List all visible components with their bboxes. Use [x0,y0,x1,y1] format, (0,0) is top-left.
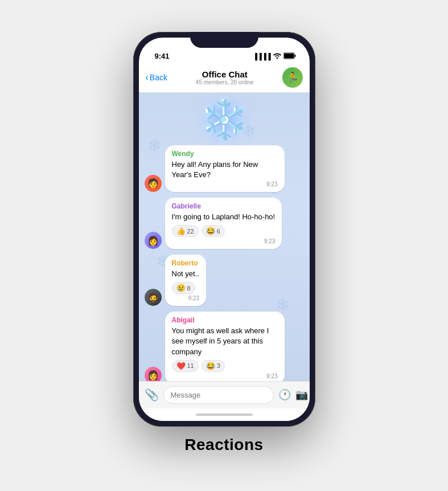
clock-icon[interactable]: 🕐 [278,388,291,401]
sender-name: Roberto [172,259,199,267]
message-bubble: Abigail You might as well ask where I se… [165,312,285,380]
reaction-emoji: 😂 [206,362,215,370]
message-bubble: Roberto Not yet.. 😢 8 9:23 [165,255,206,306]
input-area: 📎 🕐 📷 [139,381,310,408]
message-row: 🧔 Roberto Not yet.. 😢 8 9:23 [145,255,304,306]
svg-rect-2 [294,55,295,57]
chat-subtitle: 45 members, 20 online [196,79,254,85]
reactions: ❤️ 11 😂 3 [172,360,278,372]
chat-header: ‹ Back Office Chat 45 members, 20 online… [139,63,310,93]
reaction-badge[interactable]: 😂 3 [202,360,225,372]
reactions: 😢 8 [172,282,199,294]
reaction-count: 8 [187,285,191,292]
message-text: Not yet.. [172,269,199,279]
avatar: 🧔 [145,289,162,306]
status-icons: ▐▐▐▐ [253,52,295,60]
message-bubble: Wendy Hey all! Any plans for New Year's … [165,145,285,192]
back-label: Back [150,73,167,82]
reaction-count: 11 [187,362,194,369]
message-input[interactable] [163,386,274,404]
wifi-icon [273,52,281,60]
reactions: 👍 22 😂 6 [172,225,276,237]
reaction-emoji: ❤️ [176,362,186,370]
reaction-emoji: 😂 [206,227,215,235]
message-text: Hey all! Any plans for New Year's Eve? [172,159,278,180]
group-avatar[interactable]: 🏃 [282,67,303,88]
page-title: Reactions [184,436,263,454]
home-indicator [139,408,310,421]
message-row: 👩 Abigail You might as well ask where I … [145,312,304,380]
reaction-count: 3 [217,362,220,369]
message-bubble: Gabrielle I'm going to Lapland! Ho-ho-ho… [165,198,282,249]
reaction-badge[interactable]: ❤️ 11 [172,360,199,372]
avatar: 👩 [145,367,162,381]
reaction-emoji: 👍 [176,227,186,235]
camera-icon[interactable]: 📷 [295,388,308,401]
sender-name: Gabrielle [172,202,276,210]
svg-rect-1 [284,54,294,58]
message-row: 👩 Gabrielle I'm going to Lapland! Ho-ho-… [145,198,304,249]
reaction-count: 22 [187,228,194,235]
attach-button[interactable]: 📎 [145,388,159,402]
back-button[interactable]: ‹ Back [146,72,167,83]
message-text: I'm going to Lapland! Ho-ho-ho! [172,212,276,222]
sender-name: Abigail [172,316,278,324]
chat-title: Office Chat [196,69,254,79]
home-bar [196,414,253,416]
chat-area: ❄ ❄ ❄ ❄ ❄ ❄ ❄ ❄️ 🧑 Wendy Hey all! Any pl… [139,93,310,381]
phone-shell: 9:41 ▐▐▐▐ ‹ Back Office [133,32,315,427]
input-right-icons: 🕐 📷 [278,388,308,401]
message-text: You might as well ask where I see myself… [172,326,278,357]
avatar: 🧑 [145,175,162,192]
message-time: 9:23 [172,295,199,301]
reaction-badge[interactable]: 👍 22 [172,225,199,237]
avatar: 👩 [145,232,162,249]
sender-name: Wendy [172,150,278,158]
header-center: Office Chat 45 members, 20 online [196,69,254,85]
message-time: 9:23 [172,181,278,187]
notch [190,32,258,48]
phone-screen: 9:41 ▐▐▐▐ ‹ Back Office [139,38,310,421]
reaction-badge[interactable]: 😢 8 [172,282,195,294]
back-chevron-icon: ‹ [146,72,149,83]
status-time: 9:41 [155,52,170,60]
reaction-count: 6 [217,228,220,235]
message-row: 🧑 Wendy Hey all! Any plans for New Year'… [145,145,304,192]
reaction-badge[interactable]: 😂 6 [202,225,225,237]
message-time: 9:23 [172,373,278,379]
signal-icon: ▐▐▐▐ [253,53,270,60]
message-time: 9:23 [172,238,276,244]
snowflake-sticker: ❄️ [145,97,304,140]
page-wrapper: 9:41 ▐▐▐▐ ‹ Back Office [133,21,315,471]
battery-icon [283,52,296,60]
reaction-emoji: 😢 [176,284,186,292]
